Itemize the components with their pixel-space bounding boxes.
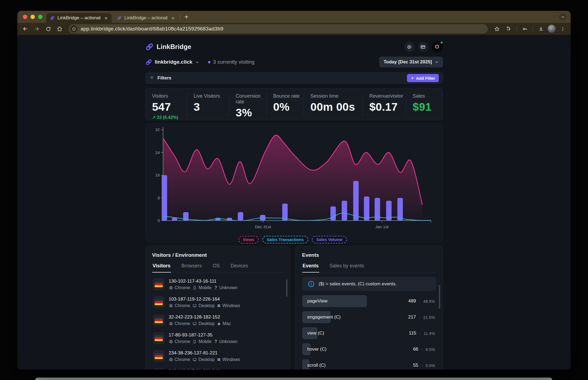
event-row-view-c[interactable]: view (C)115·11.4%	[302, 327, 436, 339]
tab-search-chevron-icon[interactable]	[559, 13, 567, 21]
stat-value: $0.17	[369, 101, 403, 113]
site-info-icon[interactable]	[70, 25, 77, 32]
tab-browsers[interactable]: Browsers	[181, 263, 202, 272]
event-percent: 5.5%	[425, 363, 435, 368]
browser-tab-1[interactable]: LinkBridge – actionable analy ×	[46, 13, 112, 23]
event-row-engagement-c[interactable]: engagement (C)217·21.5%	[302, 311, 436, 323]
url-text: app.linkbridge.click/dashboard/68ab108c4…	[81, 26, 223, 32]
separator-dot: ·	[419, 331, 421, 336]
address-bar[interactable]: app.linkbridge.click/dashboard/68ab108c4…	[69, 24, 488, 33]
new-tab-button[interactable]	[184, 14, 189, 20]
scrollbar-thumb[interactable]	[439, 285, 440, 309]
visitors-list: 130-102-117-43-16-111ChromeMobile?Unknow…	[152, 275, 283, 369]
visitor-meta-windows: Windows	[217, 303, 240, 308]
windows-icon	[217, 304, 221, 308]
linkbridge-favicon	[50, 16, 55, 20]
mobile-icon	[192, 339, 197, 344]
download-icon[interactable]	[536, 24, 546, 34]
tab-strip: LinkBridge – actionable analy × LinkBrid…	[17, 11, 571, 23]
meta-label: Chrome	[175, 357, 190, 362]
password-key-icon[interactable]	[520, 24, 530, 34]
chrome-icon	[169, 339, 173, 344]
meta-label: Chrome	[175, 303, 190, 308]
visitor-meta-desktop: Desktop	[192, 321, 215, 326]
tab-visitors[interactable]: Visitors	[152, 263, 171, 273]
traffic-chart-panel: 08162432Dec 31stJan 1st ViewsSales Trans…	[145, 123, 443, 242]
browser-window: LinkBridge – actionable analy × LinkBrid…	[17, 11, 571, 369]
visitor-row[interactable]: 103-187-119-12-226-164ChromeDesktopWindo…	[152, 293, 283, 311]
forward-icon[interactable]	[32, 24, 42, 34]
chrome-icon	[169, 322, 173, 326]
domain-selector[interactable]: linkbridge.click	[155, 59, 192, 65]
settings-gear-icon[interactable]	[404, 42, 415, 52]
home-icon[interactable]	[54, 24, 65, 34]
visitor-row[interactable]: 32-242-223-128-182-152ChromeDesktopMac	[152, 311, 283, 329]
visitor-meta-desktop: Desktop	[192, 357, 215, 362]
visitor-id: 32-242-223-128-182-152	[169, 314, 231, 320]
event-count: 55	[413, 363, 418, 368]
stat-value: 0%	[273, 101, 301, 113]
stat-label: Session time	[310, 93, 360, 99]
event-name: scroll (C)	[302, 363, 326, 368]
event-count: 217	[408, 314, 416, 320]
tab-devices[interactable]: Devices	[230, 263, 249, 272]
chevron-down-icon[interactable]	[195, 60, 199, 64]
question-mark-icon: ?	[214, 285, 218, 290]
date-range-button[interactable]: Today [Dec 31st 2025]	[379, 57, 443, 67]
stat-label: Bounce rate	[273, 93, 301, 99]
stat-value: 3	[194, 101, 226, 113]
event-row-hover-c[interactable]: hover (C)66·6.5%	[302, 343, 436, 355]
stat-value: 00m 00s	[310, 101, 360, 113]
mobile-icon	[192, 286, 197, 290]
meta-label: Mobile	[198, 339, 211, 344]
close-window-button[interactable]	[23, 15, 27, 19]
meta-label: Desktop	[198, 303, 215, 308]
minimize-window-button[interactable]	[30, 15, 35, 19]
visitor-row[interactable]: 243-112-215-21-221-248ChromeDesktopMac	[152, 365, 283, 369]
scrollbar-thumb[interactable]	[286, 279, 287, 297]
windows-icon	[217, 358, 221, 362]
stat-label: Sales	[413, 93, 440, 99]
browser-menu-dots-icon[interactable]	[558, 24, 568, 34]
event-name: hover (C)	[302, 347, 327, 352]
billing-card-icon[interactable]	[418, 42, 428, 52]
events-list: pageView489·48.5%engagement (C)217·21.5%…	[302, 295, 436, 369]
browser-toolbar: app.linkbridge.click/dashboard/68ab108c4…	[17, 23, 571, 35]
event-row-scroll-c[interactable]: scroll (C)55·5.5%	[302, 359, 436, 369]
legend-sales-transactions[interactable]: Sales Transactions	[262, 236, 308, 243]
browser-profile-avatar[interactable]	[548, 25, 556, 33]
question-mark-icon: ?	[214, 339, 218, 344]
legend-views[interactable]: Views	[238, 236, 259, 243]
add-filter-button[interactable]: Add Filter	[407, 74, 439, 82]
reload-icon[interactable]	[43, 24, 53, 34]
meta-label: Unknown	[219, 339, 238, 344]
event-row-pageview[interactable]: pageView489·48.5%	[302, 295, 436, 307]
legend-sales-volume[interactable]: Sales Volume	[312, 236, 347, 243]
visitor-meta-chrome: Chrome	[169, 321, 190, 326]
browser-tab-2[interactable]: LinkBridge – actionable analy ×	[113, 13, 179, 23]
user-avatar[interactable]: O	[431, 41, 443, 52]
tab-sales-by-events[interactable]: Sales by events	[329, 263, 365, 272]
back-icon[interactable]	[20, 24, 30, 34]
tab-events[interactable]: Events	[302, 263, 319, 273]
monitor-icon	[192, 357, 197, 362]
visitor-id: 103-187-119-12-226-164	[169, 296, 240, 302]
visitor-meta-mobile: Mobile	[192, 285, 211, 290]
visitor-row[interactable]: 234-38-236-137-81-221ChromeDesktopWindow…	[152, 347, 283, 365]
meta-label: Unknown	[219, 285, 238, 290]
event-percent: 21.5%	[423, 315, 435, 320]
visitor-meta-chrome: Chrome	[169, 357, 190, 362]
extensions-puzzle-icon[interactable]	[504, 24, 514, 34]
filters-bar: Filters Add Filter	[145, 72, 443, 84]
close-tab-icon[interactable]: ×	[170, 15, 176, 21]
visitor-id: 130-102-117-43-16-111	[169, 279, 238, 284]
visitor-row[interactable]: 130-102-117-43-16-111ChromeMobile?Unknow…	[152, 275, 283, 293]
tab-os[interactable]: OS	[212, 263, 220, 272]
close-tab-icon[interactable]: ×	[103, 15, 109, 21]
bookmark-star-icon[interactable]	[492, 24, 502, 34]
event-count: 115	[409, 330, 416, 336]
visitor-row[interactable]: 17-80-93-187-127-35ChromeMobile?Unknown	[152, 329, 283, 347]
traffic-chart[interactable]: 08162432Dec 31stJan 1st	[146, 125, 440, 234]
zoom-window-button[interactable]	[38, 15, 42, 19]
svg-text:Jan 1st: Jan 1st	[375, 224, 388, 229]
